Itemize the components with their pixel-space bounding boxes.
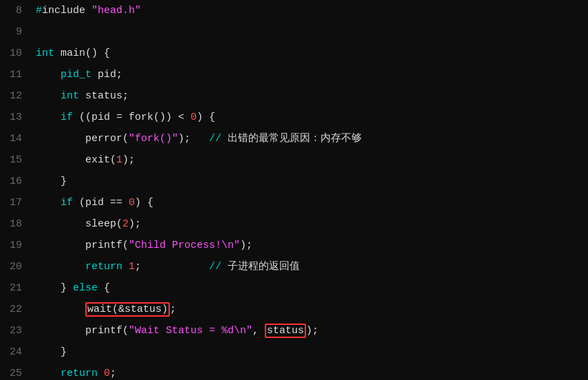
line-num-8: 8 <box>0 0 22 21</box>
one2: 1 <box>129 261 135 273</box>
indent: } <box>36 282 73 294</box>
indent2 <box>36 304 85 315</box>
code-line-15: exit(1); <box>36 149 588 171</box>
line-num-25: 25 <box>0 363 22 380</box>
line-num-9: 9 <box>0 21 22 43</box>
return1-val <box>122 261 129 273</box>
line-num-19: 19 <box>0 235 22 256</box>
status-arg: status <box>267 325 304 337</box>
line-num-11: 11 <box>0 64 22 85</box>
pid-t: pid_t <box>61 69 91 81</box>
code-line-18: sleep(2); <box>36 213 588 235</box>
kw-else: else <box>73 282 98 294</box>
return2-semi: ; <box>110 368 116 379</box>
code-line-13: if ((pid = fork()) < 0) { <box>36 107 588 128</box>
line-num-24: 24 <box>0 341 22 363</box>
line-num-17: 17 <box>0 192 22 213</box>
status-var: status; <box>79 90 129 102</box>
line-num-10: 10 <box>0 43 22 64</box>
line-num-18: 18 <box>0 213 22 235</box>
kw-if: if <box>61 112 73 123</box>
code-line-12: int status; <box>36 85 588 107</box>
code-line-11: pid_t pid; <box>36 64 588 85</box>
return2-val <box>98 368 104 379</box>
include-file: "head.h" <box>91 5 141 17</box>
code-line-10: int main() { <box>36 43 588 64</box>
indent <box>36 90 61 102</box>
indent <box>36 69 61 81</box>
if-brace: ) { <box>197 112 215 123</box>
code-editor: 8 9 10 11 12 13 14 15 16 17 18 19 20 21 … <box>0 0 588 380</box>
perror-call: perror( <box>85 133 129 145</box>
code-line-24: } <box>36 341 588 363</box>
line-num-16: 16 <box>0 171 22 192</box>
include-keyword: include <box>42 5 85 17</box>
kw-int2: int <box>61 90 79 102</box>
else-brace: { <box>98 282 110 294</box>
zero3: 0 <box>104 368 110 379</box>
code-line-23: printf("Wait Status = %d\n", status); <box>36 320 588 341</box>
comment-slash: // <box>209 133 228 145</box>
comment2-slash: // <box>209 261 228 273</box>
wait-func: wait(&status) <box>87 304 168 315</box>
indent <box>36 112 61 123</box>
line-numbers: 8 9 10 11 12 13 14 15 16 17 18 19 20 21 … <box>0 0 29 380</box>
fork-str: "fork()" <box>129 133 178 145</box>
zero2: 0 <box>129 197 135 209</box>
line-num-23: 23 <box>0 320 22 341</box>
line-num-15: 15 <box>0 149 22 171</box>
one: 1 <box>116 154 122 166</box>
indent <box>36 197 61 209</box>
code-line-17: if (pid == 0) { <box>36 192 588 213</box>
space <box>85 5 91 17</box>
indent2 <box>36 261 85 273</box>
wait-call-highlighted: wait(&status) <box>85 302 170 317</box>
return1-semi: ; <box>135 261 209 273</box>
code-line-20: return 1; // 子进程的返回值 <box>36 256 588 277</box>
printf2-call: printf( <box>85 325 129 337</box>
indent2 <box>36 133 85 145</box>
line-num-20: 20 <box>0 256 22 277</box>
code-line-8: #include "head.h" <box>36 0 588 21</box>
kw-return1: return <box>85 261 122 273</box>
preprocessor-hash: # <box>36 5 42 17</box>
if2-cond: (pid == <box>73 197 129 209</box>
printf2-comma: , <box>252 325 265 337</box>
main-func: main() { <box>54 48 110 59</box>
two: 2 <box>122 218 129 230</box>
child-str: "Child Process!\n" <box>129 240 240 251</box>
kw-if2: if <box>61 197 73 209</box>
perror-close: ); <box>178 133 209 145</box>
code-line-16: } <box>36 171 588 192</box>
indent: } <box>36 346 67 358</box>
comment2-text: 子进程的返回值 <box>228 261 300 273</box>
exit-call: exit( <box>85 154 116 166</box>
printf1-close: ); <box>240 240 252 251</box>
indent2 <box>36 240 85 251</box>
code-line-22: wait(&status); <box>36 299 588 320</box>
code-line-21: } else { <box>36 277 588 299</box>
line-num-21: 21 <box>0 277 22 299</box>
exit-close: ); <box>122 154 135 166</box>
zero1: 0 <box>190 112 197 123</box>
code-line-19: printf("Child Process!\n"); <box>36 235 588 256</box>
if-cond: ((pid = fork()) < <box>73 112 190 123</box>
status-highlighted: status <box>265 324 306 338</box>
code-content: #include "head.h" int main() { pid_t pid… <box>29 0 588 380</box>
sleep-call: sleep( <box>85 218 122 230</box>
kw-return2: return <box>61 368 98 379</box>
line-num-14: 14 <box>0 128 22 149</box>
indent2 <box>36 218 85 230</box>
indent2 <box>36 325 85 337</box>
wait-str: "Wait Status = %d\n" <box>129 325 252 337</box>
code-line-25: return 0; <box>36 363 588 380</box>
line-num-13: 13 <box>0 107 22 128</box>
wait-semi: ; <box>170 304 176 315</box>
printf2-close: ); <box>306 325 318 337</box>
kw-int: int <box>36 48 54 59</box>
sleep-close: ); <box>129 218 141 230</box>
pid-var: pid; <box>91 69 122 81</box>
indent <box>36 368 61 379</box>
code-line-14: perror("fork()"); // 出错的最常见原因：内存不够 <box>36 128 588 149</box>
line-num-12: 12 <box>0 85 22 107</box>
